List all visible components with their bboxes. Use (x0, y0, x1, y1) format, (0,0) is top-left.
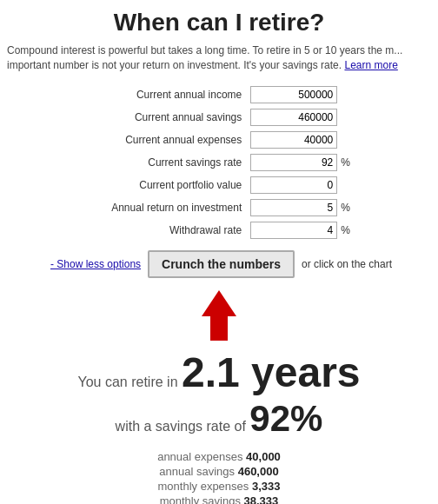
savings-line: with a savings rate of 92% (7, 398, 431, 440)
stat-row: monthly savings 38,333 (7, 494, 431, 504)
stat-label: monthly expenses (158, 480, 252, 493)
actions-row: - Show less options Crunch the numbers o… (7, 250, 431, 278)
stat-label: annual savings (159, 465, 237, 478)
page-title: When can I retire? (7, 9, 431, 36)
label-return-investment: Annual return on investment (7, 196, 247, 219)
stat-label: monthly savings (160, 494, 244, 504)
suffix-savings-rate: % (341, 156, 350, 169)
form-row-annual-expenses: Current annual expenses (7, 129, 431, 151)
input-annual-expenses[interactable] (250, 131, 337, 149)
retire-prefix: You can retire in (77, 375, 177, 389)
form-row-annual-income: Current annual income (7, 83, 431, 106)
form-row-portfolio-value: Current portfolio value (7, 174, 431, 196)
form-row-withdrawal-rate: Withdrawal rate% (7, 219, 431, 242)
input-annual-income[interactable] (250, 86, 337, 103)
label-annual-savings: Current annual savings (7, 106, 247, 129)
down-arrow (7, 290, 431, 345)
input-portfolio-value[interactable] (250, 176, 337, 194)
stat-value: 40,000 (246, 450, 281, 463)
or-chart-text: or click on the chart (302, 258, 392, 270)
stat-label: annual expenses (157, 450, 246, 463)
stat-row: annual expenses 40,000 (7, 450, 431, 463)
suffix-withdrawal-rate: % (341, 224, 350, 236)
crunch-button[interactable]: Crunch the numbers (148, 250, 295, 278)
form-row-annual-savings: Current annual savings (7, 106, 431, 129)
stats-section: annual expenses 40,000annual savings 460… (7, 450, 431, 504)
intro-paragraph: Compound interest is powerful but takes … (7, 43, 431, 73)
savings-value: 92% (249, 398, 322, 439)
label-annual-expenses: Current annual expenses (7, 129, 247, 151)
input-form: Current annual incomeCurrent annual savi… (7, 83, 431, 242)
stat-value: 3,333 (252, 480, 281, 493)
retire-line: You can retire in 2.1 years (7, 348, 431, 396)
svg-marker-0 (202, 290, 236, 341)
input-savings-rate[interactable] (250, 154, 337, 171)
input-return-investment[interactable] (250, 199, 337, 216)
stat-value: 38,333 (244, 494, 279, 504)
stat-row: monthly expenses 3,333 (7, 480, 431, 493)
result-section: You can retire in 2.1 years with a savin… (7, 348, 431, 504)
label-withdrawal-rate: Withdrawal rate (7, 219, 247, 242)
form-row-savings-rate: Current savings rate% (7, 151, 431, 174)
stat-value: 460,000 (238, 465, 279, 478)
show-less-link[interactable]: - Show less options (50, 258, 141, 270)
input-withdrawal-rate[interactable] (250, 222, 337, 239)
suffix-return-investment: % (341, 202, 350, 214)
label-savings-rate: Current savings rate (7, 151, 247, 174)
savings-prefix: with a savings rate of (116, 419, 246, 434)
form-row-return-investment: Annual return on investment% (7, 196, 431, 219)
label-portfolio-value: Current portfolio value (7, 174, 247, 196)
learn-more-link[interactable]: Learn more (344, 59, 397, 71)
input-annual-savings[interactable] (250, 109, 337, 126)
retire-value: 2.1 years (182, 349, 361, 395)
stat-row: annual savings 460,000 (7, 465, 431, 478)
label-annual-income: Current annual income (7, 83, 247, 106)
